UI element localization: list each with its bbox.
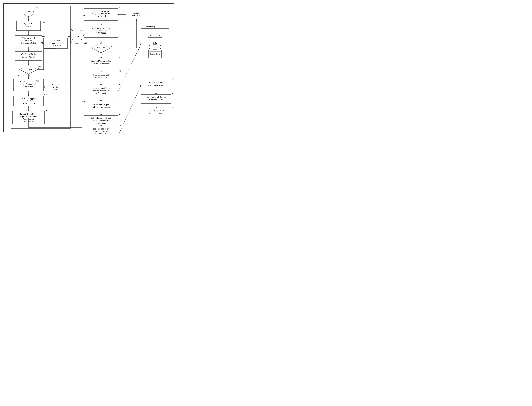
svg-text:User: User [27,10,31,13]
svg-text:902: 902 [42,21,45,23]
svg-text:Logon OK?: Logon OK? [24,68,33,71]
svg-text:Selects Product and: Selects Product and [94,74,109,76]
diagram-svg: User 901 Types URL Into Browser 902 Type… [4,4,174,132]
svg-text:Into Logon Dialog: Into Logon Dialog [21,42,36,44]
svg-text:Index to Retrieve List: Index to Retrieve List [93,90,110,92]
svg-text:938: 938 [172,106,175,109]
svg-text:No: No [111,46,113,48]
svg-text:Downloaded to: Downloaded to [22,100,35,102]
svg-text:Security With SA: Security With SA [22,56,36,58]
svg-text:908: 908 [18,75,21,77]
svg-text:911: 911 [66,80,68,82]
svg-text:Types name and: Types name and [22,37,35,39]
flowchart-diagram: User 901 Types URL Into Browser 902 Type… [3,3,174,132]
svg-text:STAROE: STAROE [52,84,60,86]
svg-text:Starbucks Applet: Starbucks Applet [22,97,35,100]
svg-text:Invoice and/or Report: Invoice and/or Report [93,103,109,106]
svg-text:909: 909 [68,36,71,38]
svg-text:910: 910 [36,80,39,82]
svg-text:920: 920 [84,42,87,44]
svg-text:DB2: DB2 [153,42,157,44]
svg-text:Optical Drive: Optical Drive [150,53,160,55]
svg-text:ClientView Products: ClientView Products [93,63,109,65]
svg-text:916: 916 [119,6,122,8]
svg-line-132 [118,44,141,91]
svg-text:912: 912 [44,93,47,95]
svg-text:Presented With Available: Presented With Available [91,60,111,62]
svg-text:Applications: Applications [23,86,34,88]
svg-text:930: 930 [119,113,122,116]
svg-text:Into Browser: Into Browser [23,25,34,27]
svg-text:Yes: Yes [102,54,104,56]
svg-text:User Enters Corp ID,: User Enters Corp ID, [93,10,109,12]
svg-text:922: 922 [119,56,122,58]
svg-text:User Can Scroll Through: User Can Scroll Through [146,96,166,98]
svg-text:ID Error,: ID Error, [133,12,140,14]
svg-text:EDOC020/EDOC040/: EDOC020/EDOC040/ [93,128,109,130]
svg-text:Yes: Yes [29,75,32,77]
svg-text:Web Server Requests: Web Server Requests [20,81,37,83]
svg-text:655: 655 [161,25,164,27]
svg-text:936: 936 [172,93,175,95]
svg-text:934: 934 [172,78,175,80]
svg-text:Presented with Home: Presented with Home [20,113,37,115]
svg-text:No: No [38,68,40,70]
svg-text:Web Server Checks: Web Server Checks [21,53,36,55]
svg-text:655: 655 [71,28,74,31]
svg-text:Invoices or Reports: Invoices or Reports [149,81,164,84]
svg-text:EDOCS030: EDOCS030 [96,32,106,34]
svg-text:Object Table and: Object Table and [95,135,107,135]
svg-point-73 [70,39,83,43]
svg-text:DB2: DB2 [75,36,79,38]
svg-text:User: User [54,88,58,91]
svg-text:and Password: and Password [50,44,61,47]
svg-text:Password: Password [25,39,32,42]
svg-text:904: 904 [42,36,45,38]
svg-text:921: 921 [147,8,150,10]
svg-text:User Selects Back to View: User Selects Back to View [146,110,167,112]
svg-text:to View and Selects: to View and Selects [94,119,109,122]
svg-text:Re-enter ID: Re-enter ID [132,14,141,17]
svg-text:Page and ClientView: Page and ClientView [20,115,37,118]
svg-text:918: 918 [119,23,122,25]
svg-text:Verifies: Verifies [53,86,59,88]
svg-text:Types URL: Types URL [24,23,33,25]
svg-text:Selection List Appears: Selection List Appears [92,106,110,109]
svg-text:Logon Error,: Logon Error, [51,40,60,42]
svg-text:Look up Document in: Look up Document in [93,132,109,134]
svg-text:of Documents: of Documents [95,92,107,94]
svg-text:Mega ID, Billpayer ID,: Mega ID, Billpayer ID, [92,13,110,15]
svg-point-125 [148,45,162,50]
svg-text:Re-Enter Name: Re-Enter Name [50,42,62,44]
svg-text:Another Document: Another Document [149,112,164,115]
svg-text:ClientView Checks ID: ClientView Checks ID [92,27,110,29]
svg-text:901: 901 [36,7,39,9]
svg-text:Customer Computer: Customer Computer [21,102,36,104]
svg-text:Selects Invoice or Report: Selects Invoice or Report [91,117,111,119]
svg-text:924: 924 [119,70,122,72]
svg-text:Page Range: Page Range [96,122,106,124]
svg-text:Data or Print Data: Data or Print Data [149,98,163,101]
svg-text:in Database Using: in Database Using [94,29,108,32]
svg-text:932: 932 [120,124,123,126]
svg-text:Presented on Screen: Presented on Screen [148,84,164,87]
svg-text:Valid ID?: Valid ID? [97,47,105,49]
svg-text:Month to View: Month to View [95,76,107,79]
svg-text:List of Authorized: List of Authorized [22,83,36,85]
svg-text:EDOCS001 Looks up: EDOCS001 Looks up [93,87,109,89]
svg-text:914: 914 [45,109,48,112]
svg-text:Data Storage: Data Storage [145,25,156,28]
svg-text:or Account ID: or Account ID [95,15,107,17]
svg-line-158 [119,85,141,133]
svg-text:EDOC220/EDOC440: EDOC220/EDOC440 [93,130,109,132]
